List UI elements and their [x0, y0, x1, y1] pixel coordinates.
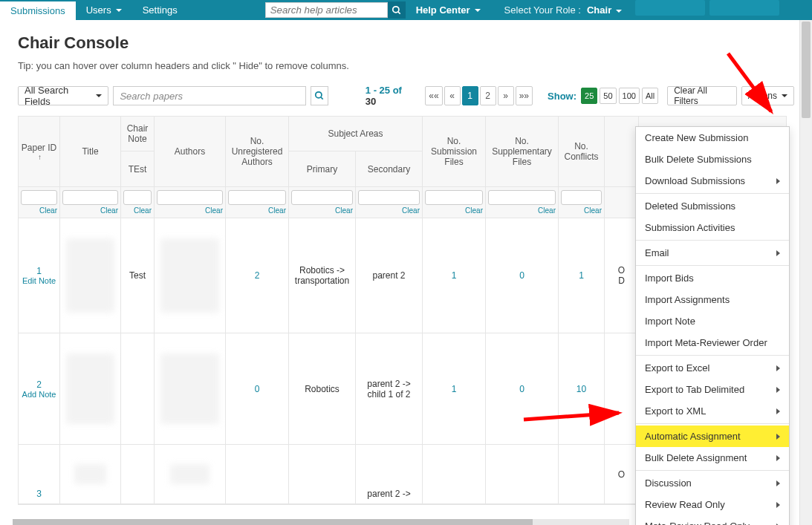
clear-filter[interactable]: Clear [39, 206, 57, 215]
search-field-select[interactable]: All Search Fields [18, 86, 108, 105]
nav-tab-users[interactable]: Users [76, 0, 132, 20]
show-50[interactable]: 50 [600, 88, 616, 104]
filter-secondary[interactable] [358, 190, 420, 205]
actions-menu-item[interactable]: Export to Excel [636, 357, 789, 379]
col-unreg-authors[interactable]: No. Unregistered Authors [226, 117, 289, 187]
filter-nsf[interactable] [425, 190, 483, 205]
horizontal-scrollbar[interactable] [13, 519, 629, 525]
nsf-cell[interactable]: 1 [423, 333, 486, 445]
nsf-cell[interactable]: 1 [423, 218, 486, 333]
page-1[interactable]: 1 [462, 86, 478, 105]
filter-unreg[interactable] [228, 190, 286, 205]
help-search-input[interactable] [265, 2, 388, 18]
show-all[interactable]: All [642, 88, 658, 104]
filter-paper-id[interactable] [21, 190, 57, 205]
caret-icon [475, 9, 481, 12]
filter-title[interactable] [62, 190, 118, 205]
paper-search-button[interactable] [311, 86, 328, 105]
page-2[interactable]: 2 [480, 86, 496, 105]
unreg-cell[interactable]: 2 [226, 218, 289, 333]
actions-menu-item[interactable]: Bulk Delete Assignment [636, 447, 789, 469]
actions-menu-item[interactable]: Create New Submission [636, 127, 789, 149]
paper-id-link[interactable]: 3 [36, 489, 42, 499]
actions-menu-item[interactable]: Import Meta-Reviewer Order [636, 332, 789, 353]
clear-filter[interactable]: Clear [100, 206, 118, 215]
add-note-link[interactable]: Add Note [22, 390, 56, 399]
toolbar: All Search Fields Search papers 1 - 25 o… [18, 85, 794, 107]
clear-filter[interactable]: Clear [134, 206, 152, 215]
chair-note-cell [121, 333, 155, 445]
actions-menu-item[interactable]: Import Assignments [636, 289, 789, 310]
conf-cell[interactable]: 1 [559, 218, 605, 333]
svg-point-2 [316, 92, 322, 98]
filter-primary[interactable] [291, 190, 353, 205]
paper-search-input[interactable]: Search papers [113, 86, 305, 105]
nsup-cell[interactable]: 0 [486, 218, 559, 333]
actions-menu-item[interactable]: Import Note [636, 310, 789, 332]
clear-filter[interactable]: Clear [538, 206, 556, 215]
show-25[interactable]: 25 [581, 88, 597, 104]
vertical-scrollbar[interactable] [799, 20, 812, 525]
page-next[interactable]: » [498, 86, 514, 105]
actions-menu-item[interactable]: Import Bids [636, 267, 789, 289]
actions-menu-item[interactable]: Automatic Assignment [636, 425, 789, 447]
col-title[interactable]: Title [60, 117, 121, 187]
actions-menu-item[interactable]: Deleted Submissions [636, 195, 789, 217]
actions-menu-item[interactable]: Bulk Delete Submissions [636, 149, 789, 170]
search-icon [314, 91, 325, 101]
col-primary[interactable]: Primary [289, 151, 356, 187]
filter-authors[interactable] [157, 190, 223, 205]
conf-cell[interactable]: 10 [559, 333, 605, 445]
page-last[interactable]: »» [516, 86, 533, 105]
actions-menu-item[interactable]: Email [636, 242, 789, 264]
col-authors[interactable]: Authors [155, 117, 226, 187]
help-search-button[interactable] [388, 1, 406, 19]
submenu-caret-icon [776, 408, 780, 414]
unreg-cell[interactable]: 0 [226, 333, 289, 445]
nsup-cell[interactable]: 0 [486, 333, 559, 445]
col-submission-files[interactable]: No. Submission Files [423, 117, 486, 187]
authors-blurred [160, 238, 218, 312]
clear-filter[interactable]: Clear [205, 206, 223, 215]
actions-menu-item[interactable]: Discussion [636, 472, 789, 494]
caret-icon [96, 94, 102, 97]
col-paper-id[interactable]: Paper ID↑ [19, 117, 60, 187]
actions-menu-item[interactable]: Submission Activities [636, 217, 789, 238]
paper-id-link[interactable]: 2 [36, 379, 42, 390]
col-supplementary-files[interactable]: No. Supplementary Files [486, 117, 559, 187]
sort-asc-icon: ↑ [38, 153, 42, 161]
nav-slot-1[interactable] [635, 0, 705, 16]
actions-menu-item[interactable]: Download Submissions [636, 170, 789, 192]
paper-id-link[interactable]: 1 [36, 266, 42, 276]
chair-note-cell: Test [121, 218, 155, 333]
col-test[interactable]: TEst [121, 151, 155, 187]
primary-cell: Robotics [289, 333, 356, 445]
page-prev[interactable]: « [444, 86, 461, 105]
col-secondary[interactable]: Secondary [356, 151, 423, 187]
col-conflicts[interactable]: No. Conflicts [559, 117, 605, 187]
help-center-menu[interactable]: Help Center [406, 0, 491, 20]
actions-menu-item[interactable]: Export to XML [636, 400, 789, 422]
nav-slot-2[interactable] [709, 0, 779, 16]
clear-filter[interactable]: Clear [335, 206, 353, 215]
secondary-cell: parent 2 -> [356, 445, 423, 504]
col-subject-areas[interactable]: Subject Areas [289, 117, 423, 151]
nav-tab-submissions[interactable]: Submissions [0, 0, 76, 20]
edit-note-link[interactable]: Edit Note [22, 276, 56, 285]
show-100[interactable]: 100 [619, 88, 640, 104]
role-select[interactable]: Chair [587, 4, 622, 16]
filter-nsup[interactable] [488, 190, 556, 205]
actions-menu-item[interactable]: Export to Tab Delimited [636, 379, 789, 400]
actions-menu-item[interactable]: Meta-Review Read Only [636, 515, 789, 525]
filter-cnote[interactable] [123, 190, 152, 205]
clear-filter[interactable]: Clear [465, 206, 483, 215]
col-chair-note[interactable]: Chair Note [121, 117, 155, 151]
actions-menu-item[interactable]: Review Read Only [636, 494, 789, 515]
clear-filter[interactable]: Clear [402, 206, 420, 215]
filter-conf[interactable] [561, 190, 602, 205]
clear-filter[interactable]: Clear [268, 206, 286, 215]
clear-filter[interactable]: Clear [584, 206, 602, 215]
page-first[interactable]: «« [425, 86, 442, 105]
col-extra[interactable] [605, 117, 639, 187]
nav-tab-settings[interactable]: Settings [132, 0, 188, 20]
